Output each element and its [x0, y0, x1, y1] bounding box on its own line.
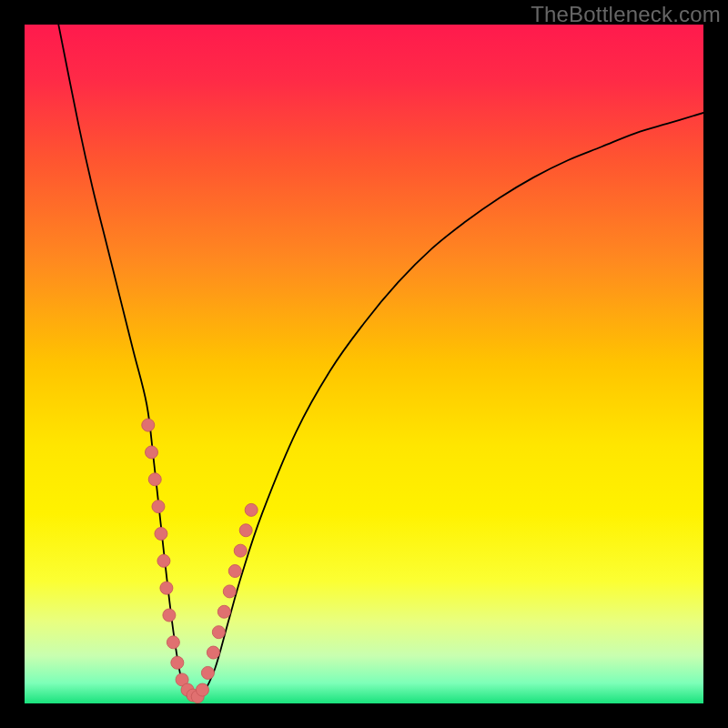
- data-marker: [155, 527, 167, 540]
- bottleneck-curve: [58, 25, 703, 701]
- data-marker: [171, 656, 184, 669]
- data-marker: [145, 446, 157, 459]
- data-marker: [223, 585, 236, 598]
- data-marker: [239, 524, 252, 537]
- data-marker: [245, 503, 258, 516]
- markers-right-branch: [196, 503, 258, 696]
- data-marker: [207, 646, 219, 659]
- data-marker: [148, 473, 161, 486]
- chart-canvas: [25, 25, 703, 703]
- data-marker: [201, 666, 214, 679]
- chart-frame: TheBottleneck.com: [0, 0, 728, 728]
- data-marker: [217, 605, 230, 618]
- data-marker: [142, 419, 155, 431]
- watermark-text: TheBottleneck.com: [531, 2, 721, 27]
- data-marker: [167, 636, 179, 649]
- data-marker: [228, 565, 241, 578]
- data-marker: [212, 626, 225, 639]
- data-marker: [163, 609, 176, 622]
- plot-area: [25, 25, 703, 703]
- data-marker: [234, 544, 247, 557]
- data-marker: [152, 500, 165, 513]
- data-marker: [196, 683, 208, 696]
- data-marker: [157, 554, 170, 567]
- markers-left-branch: [142, 419, 204, 703]
- data-marker: [160, 581, 173, 594]
